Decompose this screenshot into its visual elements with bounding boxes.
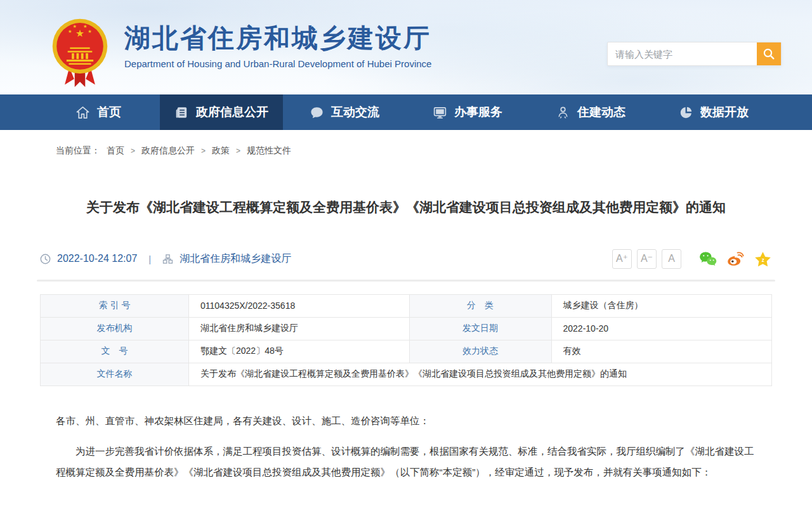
breadcrumb-separator: > [201,146,206,155]
qzone-share-icon[interactable]: z [754,250,772,268]
nav-item-interaction[interactable]: 互动交流 [283,94,406,130]
document-info-table: 索 引 号 01104325X/2022-35618 分 类 城乡建设（含住房）… [40,294,772,386]
breadcrumb-item-home[interactable]: 首页 [107,145,124,157]
site-header: ★ ★ ★ ★ ★ 湖北省住房和城乡建设厅 Department of Hous… [0,0,812,94]
chat-icon [310,105,324,120]
font-increase-button[interactable]: A⁺ [612,249,632,269]
source-org-icon [162,254,173,264]
svg-text:★: ★ [68,29,72,34]
nav-item-home[interactable]: 首页 [37,94,160,130]
info-value-index-number: 01104325X/2022-35618 [189,294,410,317]
site-subtitle: Department of Housing and Urban-Rural De… [124,58,431,69]
nav-item-news[interactable]: 住建动态 [529,94,652,130]
nav-item-open-data[interactable]: 数据开放 [652,94,775,130]
info-value-validity: 有效 [551,340,772,363]
svg-text:★: ★ [88,29,92,34]
breadcrumb: 当前位置： 首页 > 政府信息公开 > 政策 > 规范性文件 [0,130,812,157]
search-box [607,42,782,66]
svg-text:★: ★ [83,23,88,29]
pie-chart-icon [679,105,693,120]
info-label-issuing-agency: 发布机构 [41,317,189,340]
main-nav: 首页 政府信息公开 互动交流 办事服务 住建 [0,94,812,130]
info-label-issue-date: 发文日期 [409,317,551,340]
salutation-line: 各市、州、直管市、神农架林区住建局，各有关建设、设计、施工、造价咨询等单位： [56,410,756,431]
nav-label: 住建动态 [577,104,625,120]
nav-label: 数据开放 [700,104,749,120]
nav-label: 首页 [97,104,121,120]
site-logo-link[interactable]: ★ ★ ★ ★ ★ [51,16,109,89]
article-title: 关于发布《湖北省建设工程概算定额及全费用基价表》《湖北省建设项目总投资组成及其他… [38,197,774,217]
info-value-category: 城乡建设（含住房） [551,294,772,317]
info-value-issue-date: 2022-10-20 [551,317,772,340]
info-label-validity: 效力状态 [409,340,551,363]
home-icon [75,105,90,120]
document-body: 各市、州、直管市、神农架林区住建局，各有关建设、设计、施工、造价咨询等单位： 为… [56,410,756,483]
publish-time: 2022-10-24 12:07 [57,253,137,264]
clock-icon [40,254,51,264]
table-row: 文件名称 关于发布《湖北省建设工程概算定额及全费用基价表》《湖北省建设项目总投资… [41,363,772,386]
search-button[interactable] [757,42,781,65]
article-source: 湖北省住房和城乡建设厅 [180,252,291,266]
document-icon [174,105,189,120]
breadcrumb-item-gov-info[interactable]: 政府信息公开 [141,145,195,157]
weibo-share-icon[interactable] [726,250,745,268]
table-row: 文 号 鄂建文〔2022〕48号 效力状态 有效 [41,340,772,363]
article-meta-tools: A⁺ A⁻ A z [612,249,772,269]
national-emblem-icon: ★ ★ ★ ★ ★ [51,16,109,89]
breadcrumb-item-normative-docs[interactable]: 规范性文件 [247,145,291,157]
svg-text:★: ★ [75,28,84,39]
search-icon [763,48,775,60]
info-label-index-number: 索 引 号 [41,294,189,317]
svg-text:★: ★ [72,23,77,29]
body-paragraph: 为进一步完善我省计价依据体系，满足工程项目投资估算、设计概算的编制需要，根据国家… [56,441,756,483]
table-row: 索 引 号 01104325X/2022-35618 分 类 城乡建设（含住房） [41,294,772,317]
info-value-doc-title: 关于发布《湖北省建设工程概算定额及全费用基价表》《湖北省建设项目总投资组成及其他… [189,363,772,386]
medal-person-icon [556,105,570,120]
nav-item-gov-info[interactable]: 政府信息公开 [160,94,283,130]
article-meta-left: 2022-10-24 12:07 | 湖北省住房和城乡建设厅 [40,252,291,266]
site-title-block: 湖北省住房和城乡建设厅 Department of Housing and Ur… [124,24,431,69]
font-decrease-button[interactable]: A⁻ [637,249,657,269]
table-row: 发布机构 湖北省住房和城乡建设厅 发文日期 2022-10-20 [41,317,772,340]
font-size-buttons: A⁺ A⁻ A [612,249,681,269]
info-value-issuing-agency: 湖北省住房和城乡建设厅 [189,317,410,340]
nav-item-services[interactable]: 办事服务 [406,94,529,130]
info-label-doc-number: 文 号 [41,340,189,363]
monitor-icon [433,105,447,120]
info-value-doc-number: 鄂建文〔2022〕48号 [189,340,410,363]
info-label-doc-title: 文件名称 [41,363,189,386]
font-reset-button[interactable]: A [662,249,681,269]
wechat-share-icon[interactable] [699,250,717,268]
article-meta-row: 2022-10-24 12:07 | 湖北省住房和城乡建设厅 A⁺ A⁻ A [40,249,772,269]
breadcrumb-label: 当前位置： [56,145,100,157]
nav-label: 政府信息公开 [196,104,268,120]
breadcrumb-separator: > [131,146,135,155]
search-input[interactable] [608,42,757,65]
breadcrumb-separator: > [236,146,240,155]
meta-separator: | [148,254,151,264]
meta-divider [37,280,775,282]
breadcrumb-item-policy[interactable]: 政策 [212,145,230,157]
nav-label: 互动交流 [331,104,379,120]
site-title: 湖北省住房和城乡建设厅 [124,24,431,53]
svg-text:z: z [762,257,764,262]
info-label-category: 分 类 [409,294,551,317]
nav-label: 办事服务 [454,104,502,120]
